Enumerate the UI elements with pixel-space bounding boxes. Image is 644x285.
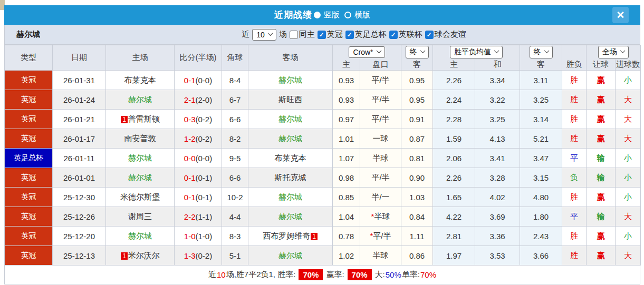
summary-text: 单率: bbox=[402, 270, 420, 280]
result-cell: 胜 bbox=[562, 90, 587, 110]
table-row: 英冠 26-01-01 赫尔城 0-1(0-1) 6-6 斯托克城 0.98 平… bbox=[5, 168, 641, 188]
team-name-text: 布莱克本 bbox=[124, 75, 156, 84]
score-cell: 0-1(0-0) bbox=[175, 71, 222, 90]
panel-title: 近期战绩 bbox=[274, 9, 312, 21]
type-cell: 英冠 bbox=[5, 227, 53, 246]
corner-cell: 5-1 bbox=[222, 246, 248, 266]
col-header-date: 日期 bbox=[53, 45, 106, 71]
type-cell: 英冠 bbox=[5, 90, 53, 110]
odds-state-select-2[interactable]: 终 bbox=[530, 46, 553, 58]
away-cell: 赫尔城 bbox=[248, 129, 333, 149]
crow-home: 0.93 bbox=[333, 71, 360, 90]
avg-away: 3.66 bbox=[520, 246, 562, 266]
score-cell: 1-3(0-2) bbox=[175, 246, 222, 266]
checkbox-checked-icon[interactable]: ✓ bbox=[318, 31, 326, 39]
same-home-filter[interactable]: 同主 bbox=[290, 30, 315, 40]
col-header-crow-home: 主 bbox=[333, 60, 360, 71]
summary-text: 近 bbox=[208, 270, 216, 280]
score-half: (2-0) bbox=[196, 95, 213, 104]
score-half: (0-1) bbox=[196, 193, 213, 202]
let-cell: 赢 bbox=[587, 110, 616, 129]
away-cell: 赫尔城 bbox=[248, 188, 333, 207]
away-cell: 赫尔城 bbox=[248, 71, 333, 90]
handicap-cell: 半/一 bbox=[360, 188, 401, 207]
date-cell: 26-01-01 bbox=[53, 168, 106, 188]
score-main: 1-2 bbox=[184, 134, 196, 143]
avg-home: 2.26 bbox=[433, 71, 475, 90]
crow-away: 0.91 bbox=[401, 110, 433, 129]
team-name-text: 赫尔城 bbox=[278, 212, 302, 221]
score-cell: 1-0(1-0) bbox=[175, 227, 222, 246]
home-cell: 赫尔城 bbox=[106, 90, 175, 110]
table-row: 英冠 26-01-24 赫尔城 2-1(2-0) 6-7 斯旺西 0.93 平/… bbox=[5, 90, 641, 110]
chevron-down-icon bbox=[494, 48, 499, 53]
corner-cell: 8-3 bbox=[222, 227, 248, 246]
layout-radio-vertical[interactable]: 竖版 bbox=[317, 10, 340, 20]
col-header-home: 主场 bbox=[106, 45, 175, 71]
away-cell: 赫尔城 bbox=[248, 246, 333, 266]
rate-badge: 70% bbox=[348, 269, 372, 280]
league-label: 英冠 bbox=[327, 30, 343, 40]
date-cell: 26-01-17 bbox=[53, 129, 106, 149]
result-cell: 胜 bbox=[562, 227, 587, 246]
same-home-checkbox[interactable] bbox=[290, 31, 298, 39]
summary-text: 50% bbox=[386, 270, 401, 279]
score-main: 0-3 bbox=[184, 115, 196, 124]
avg-draw: 3.41 bbox=[475, 149, 520, 168]
league-filter-championship[interactable]: ✓ 英冠 bbox=[318, 30, 343, 40]
home-cell: 1普雷斯顿 bbox=[106, 110, 175, 129]
handicap-cell: 平/半 bbox=[360, 168, 401, 188]
score-main: 0-1 bbox=[184, 193, 196, 202]
odds-state-select-1[interactable]: 终 bbox=[406, 46, 429, 58]
goals-cell: 大 bbox=[616, 129, 641, 149]
score-half: (1-1) bbox=[196, 212, 213, 221]
avg-odds-value: 胜平负均值 bbox=[454, 47, 491, 57]
odds-company-select[interactable]: Crow* bbox=[349, 46, 385, 58]
score-half: (0-2) bbox=[196, 251, 213, 260]
crow-away: 0.95 bbox=[401, 90, 433, 110]
col-header-avg-home: 主 bbox=[433, 60, 475, 71]
avg-away: 3.47 bbox=[520, 149, 562, 168]
checkbox-checked-icon[interactable]: ✓ bbox=[389, 31, 398, 39]
checkbox-checked-icon[interactable]: ✓ bbox=[425, 31, 434, 39]
away-cell: 斯旺西 bbox=[248, 90, 333, 110]
type-cell: 英冠 bbox=[5, 207, 53, 227]
let-cell: 赢 bbox=[587, 227, 616, 246]
home-cell: 赫尔城 bbox=[106, 149, 175, 168]
league-filter-friendly[interactable]: ✓ 球会友谊 bbox=[425, 30, 466, 40]
filter-bar: 赫尔城 近 10 场 同主 ✓ 英冠 ✓ 英足总杯 ✓ 英联杯 bbox=[4, 25, 640, 45]
handicap-cell: 半球 bbox=[360, 246, 401, 266]
close-button[interactable]: ✕ bbox=[612, 7, 629, 23]
date-cell: 25-12-20 bbox=[53, 227, 106, 246]
team-name-text: 赫尔城 bbox=[278, 114, 302, 123]
crow-away: 0.87 bbox=[401, 129, 433, 149]
layout-radio-horizontal[interactable]: 横版 bbox=[344, 10, 370, 20]
league-filter-efl-cup[interactable]: ✓ 英联杯 bbox=[389, 30, 422, 40]
table-row: 英冠 25-12-20 赫尔城 1-0(1-0) 8-3 西布罗姆维奇1 0.7… bbox=[5, 227, 641, 246]
corner-cell: 6-6 bbox=[222, 168, 248, 188]
checkbox-checked-icon[interactable]: ✓ bbox=[345, 31, 354, 39]
team-name-text: 西布罗姆维奇 bbox=[263, 231, 310, 240]
let-cell: 赢 bbox=[587, 246, 616, 266]
crow-home: 0.98 bbox=[333, 168, 360, 188]
chevron-down-icon bbox=[376, 48, 381, 53]
chevron-down-icon bbox=[620, 48, 626, 53]
team-name-text: 布莱克本 bbox=[275, 153, 306, 162]
handicap-cell: 半球 bbox=[360, 149, 401, 168]
crow-home: 0.93 bbox=[333, 90, 360, 110]
away-cell: 赫尔城 bbox=[248, 110, 333, 129]
avg-odds-select[interactable]: 胜平负均值 bbox=[450, 46, 503, 58]
col-header-corner: 角球 bbox=[222, 45, 248, 71]
avg-away: 1.80 bbox=[520, 207, 562, 227]
avg-away: 3.15 bbox=[520, 168, 562, 188]
recent-results-panel: 近期战绩 竖版 横版 ✕ 赫尔城 近 10 场 同主 bbox=[4, 5, 640, 284]
goals-cell: 小 bbox=[616, 71, 641, 90]
score-cell: 1-2(0-2) bbox=[175, 129, 222, 149]
league-filter-fa-cup[interactable]: ✓ 英足总杯 bbox=[345, 30, 387, 40]
match-count-select[interactable]: 10 bbox=[252, 29, 276, 41]
avg-draw: 4.13 bbox=[475, 129, 520, 149]
scope-select[interactable]: 全场 bbox=[598, 46, 629, 58]
crow-away: 0.81 bbox=[401, 149, 433, 168]
col-header-type: 类型 bbox=[5, 45, 53, 71]
summary-text: 10 bbox=[217, 270, 226, 279]
